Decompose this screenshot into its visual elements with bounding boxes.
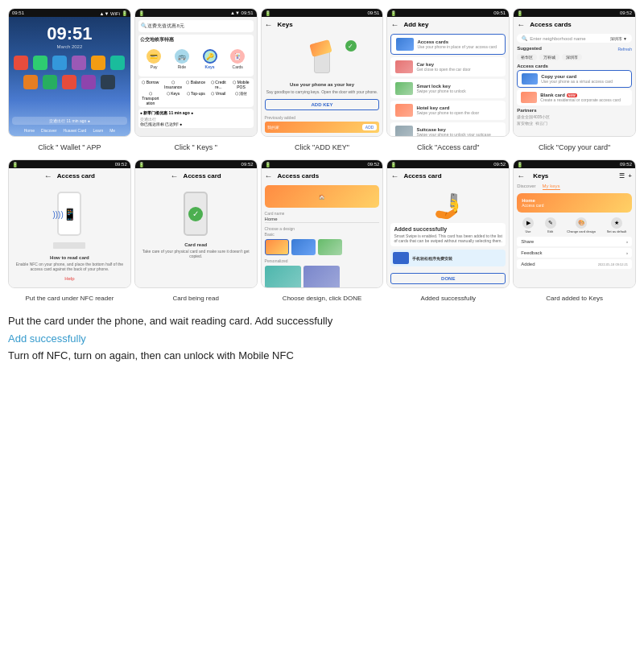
blank-card-option[interactable]: Blank card NEW Create a residential or c… <box>517 89 632 105</box>
ad-banner: 手机轻松程序免费安装 <box>390 250 506 266</box>
app-icon <box>23 75 38 89</box>
screen2-content: 🔍 送费充值优惠8元 公交地铁享特惠 💳 Pay 🚌 Ride <box>135 17 257 136</box>
screen3-phone: 🔋 09:51 ← Keys ✓ Use your phone as your … <box>261 8 384 137</box>
caption9: Added successfully <box>386 293 510 304</box>
chip-1[interactable]: 裕华区 <box>517 54 537 60</box>
nav-huawei[interactable]: Huawei Card <box>63 128 86 133</box>
keys-nav-header: ← Keys <box>265 20 380 29</box>
back-arrow6[interactable]: ← <box>265 171 273 180</box>
screen8-phone: 🔋 09:52 ← Access cards 🏠 Card name Home … <box>261 159 384 288</box>
suitcase-key-icon <box>395 126 413 136</box>
add-icon[interactable]: + <box>628 172 632 180</box>
app-icon <box>81 75 96 89</box>
add-key-button[interactable]: ADD KEY <box>265 99 380 110</box>
instruction-text: Put the card under the phone, and wait r… <box>8 313 636 329</box>
added-message-box: Added successfully Smart Swipe is enable… <box>390 223 506 246</box>
transport-item: ⬡ Transport ation <box>140 91 161 105</box>
use-action[interactable]: ▶ Use <box>522 217 534 233</box>
add-button[interactable]: ADD <box>362 124 378 130</box>
share-label: Share <box>521 239 534 244</box>
statusbar4: 🔋 09:51 <box>387 9 509 17</box>
screen7-phone: 🔋 09:52 ← Access card ✓ Card read Take c… <box>134 159 258 288</box>
access-cards-nav-header: ← Access cards <box>517 20 632 29</box>
captions-row2: Put the card under NFC reader Card being… <box>8 293 636 304</box>
list-icon[interactable]: ☰ <box>619 172 625 180</box>
access-cards-option[interactable]: Access cards Use your phone in place of … <box>390 34 506 55</box>
keys-menu-item[interactable]: 🔑 Keys <box>203 49 217 69</box>
screen3-content: ← Keys ✓ Use your phone as your key Say … <box>262 17 383 136</box>
hotel-key-icon <box>395 104 413 117</box>
share-item[interactable]: Share › <box>517 237 632 246</box>
screen6-nav-header: ← Access card <box>44 171 95 180</box>
back-arrow8[interactable]: ← <box>517 171 525 180</box>
back-arrow4[interactable]: ← <box>44 171 52 180</box>
screen8-nav-header: ← Access cards <box>265 171 380 180</box>
edit-icon: ✎ <box>545 217 556 229</box>
smart-lock-option[interactable]: Smart lock key Swipe your phone to unloc… <box>390 79 506 98</box>
nfc-tip-text: Turn off NFC, turn on again, then can un… <box>8 348 636 364</box>
card-read-title: Card read <box>184 242 207 247</box>
cards-menu-item[interactable]: 🃏 Cards <box>230 49 245 69</box>
design-opt-orange[interactable] <box>265 239 289 255</box>
caption6: Put the card under NFC reader <box>8 293 131 304</box>
back-arrow5[interactable]: ← <box>171 171 179 180</box>
pay-icon: 💳 <box>147 49 161 64</box>
change-design-action[interactable]: 🎨 Change card design <box>567 217 596 233</box>
back-arrow2[interactable]: ← <box>390 20 398 29</box>
app-icon <box>91 56 105 70</box>
car-key-option[interactable]: Car key Get close to open the car door <box>390 57 506 76</box>
edit-action[interactable]: ✎ Edit <box>545 217 556 233</box>
landscape-card1[interactable] <box>265 266 301 287</box>
landscape-card-options <box>265 266 380 287</box>
caption7: Card being read <box>134 293 258 304</box>
neighborhood-search[interactable]: 🔍 Enter neighborhood name 深圳市 ▼ <box>517 34 632 43</box>
more-item: ⬡ 消付 <box>230 91 251 105</box>
nfc-waves-icon: )))) <box>52 209 63 218</box>
tab-my-keys[interactable]: My keys <box>543 184 560 190</box>
design-opt-green[interactable] <box>318 239 342 255</box>
pay-menu-item[interactable]: 💳 Pay <box>147 49 161 69</box>
statusbar1: 09:51 ▲▼ WiFi 🔋 <box>9 9 130 17</box>
done-button2[interactable]: DONE <box>390 273 506 284</box>
landscape-card2[interactable] <box>303 266 340 287</box>
back-arrow7[interactable]: ← <box>390 171 398 180</box>
partners-label: Partners <box>517 108 632 113</box>
access-cards-icon <box>396 38 414 51</box>
refresh-btn[interactable]: Refresh <box>617 47 632 52</box>
statusbar8: 🔋 09:52 <box>262 160 383 168</box>
statusbar5: 🔋 09:52 <box>514 9 635 17</box>
card-preview: 🏠 <box>265 185 380 208</box>
card-name-value[interactable]: Home <box>265 217 380 223</box>
copy-card-option[interactable]: Copy your card Use your phone as a virtu… <box>517 70 632 88</box>
use-phone-title: Use your phone as your key <box>265 82 380 87</box>
topups-item: ⬡ Top-ups <box>185 91 206 105</box>
screen7-content: ← Access card ✓ Card read Take care of y… <box>135 168 257 287</box>
back-arrow3[interactable]: ← <box>517 20 525 29</box>
chip-2[interactable]: 万科城 <box>539 54 559 60</box>
wallet-app-icon[interactable] <box>62 75 76 89</box>
chip-3[interactable]: 深圳市 <box>562 54 582 60</box>
keys-item2: ⬡ Keys <box>163 91 184 105</box>
screen6-content: ← Access card )))) 📱 How to read card En… <box>9 168 130 287</box>
tab-discover[interactable]: Discover <box>517 184 535 190</box>
card-read-sub: Take care of your physical card and make… <box>138 249 254 258</box>
nav-home[interactable]: Home <box>24 128 35 133</box>
keys-final-header: ← Keys ☰ + <box>517 171 632 180</box>
screen1-content: 09:51 March 2022 <box>9 17 130 136</box>
feedback-item[interactable]: Feedback › <box>517 248 632 258</box>
help-button[interactable]: Help <box>64 276 74 281</box>
nfc-phone-illustration: )))) 📱 <box>57 192 81 236</box>
nav-discover[interactable]: Discover <box>41 128 56 133</box>
suitcase-key-option[interactable]: Suitcase key Swipe your phone to unlock … <box>390 122 506 136</box>
nav-me[interactable]: Me <box>109 128 115 133</box>
wallet-search-bar[interactable]: 🔍 送费充值优惠8元 <box>138 20 254 32</box>
screen9-phone: 🔋 09:52 ← Access card 🤳 Added successful… <box>386 159 510 288</box>
back-arrow[interactable]: ← <box>265 20 273 29</box>
hotel-key-option[interactable]: Hotel key card Swipe your phone to open … <box>390 101 506 120</box>
set-default-action[interactable]: ★ Set as default <box>607 217 626 233</box>
keys-icon: 🔑 <box>203 49 217 64</box>
caption3: Click "ADD KEY" <box>261 142 384 153</box>
nav-learn[interactable]: Learn <box>93 128 103 133</box>
ride-menu-item[interactable]: 🚌 Ride <box>175 49 189 69</box>
design-opt-blue[interactable] <box>291 239 316 255</box>
